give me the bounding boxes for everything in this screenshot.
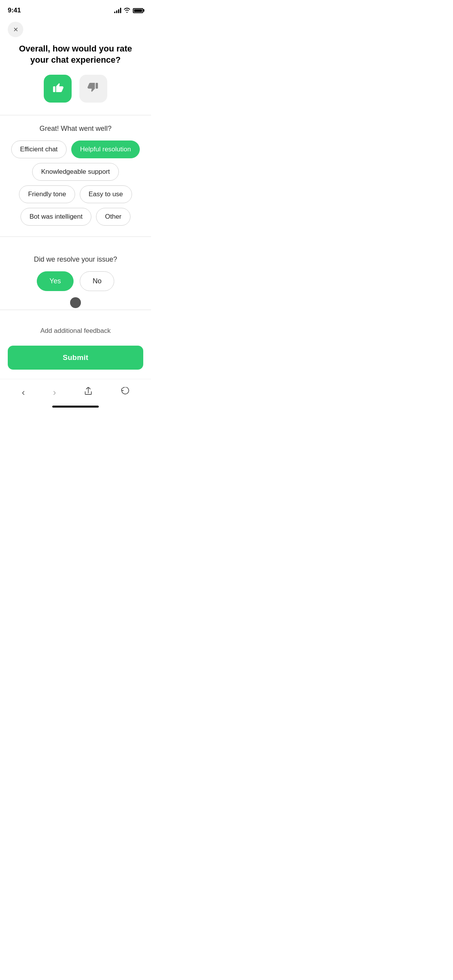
resolve-title: Did we resolve your issue? xyxy=(8,255,143,264)
thumbs-up-icon xyxy=(51,81,65,97)
home-indicator xyxy=(52,406,99,408)
forward-icon: › xyxy=(53,387,56,397)
tag-friendly-tone[interactable]: Friendly tone xyxy=(19,185,75,203)
thumbs-down-button[interactable] xyxy=(79,75,107,103)
close-button[interactable]: ✕ xyxy=(8,22,23,37)
went-well-title: Great! What went well? xyxy=(8,125,143,133)
thumbs-down-icon xyxy=(86,81,100,97)
no-button[interactable]: No xyxy=(80,271,114,291)
battery-icon xyxy=(133,8,143,13)
share-button[interactable] xyxy=(78,384,99,401)
resolve-section: Did we resolve your issue? Yes No xyxy=(0,246,151,308)
rating-row xyxy=(0,75,151,103)
status-bar: 9:41 xyxy=(0,0,151,19)
tag-efficient-chat[interactable]: Efficient chat xyxy=(11,140,67,158)
tag-bot-intelligent[interactable]: Bot was intelligent xyxy=(21,208,91,226)
tag-knowledgeable-support[interactable]: Knowledgeable support xyxy=(32,163,119,181)
bottom-nav: ‹ › xyxy=(0,379,151,404)
close-icon: ✕ xyxy=(13,26,18,33)
signal-icon xyxy=(114,8,121,13)
forward-button[interactable]: › xyxy=(47,384,62,401)
divider-1 xyxy=(0,115,151,115)
svg-rect-1 xyxy=(96,83,98,89)
submit-section: Submit xyxy=(0,341,151,379)
status-icons xyxy=(114,7,143,14)
divider-3 xyxy=(0,310,151,310)
went-well-section: Great! What went well? Efficient chat He… xyxy=(0,125,151,226)
divider-2 xyxy=(0,236,151,237)
tag-helpful-resolution[interactable]: Helpful resolution xyxy=(71,140,140,158)
tag-other[interactable]: Other xyxy=(96,208,130,226)
refresh-button[interactable] xyxy=(115,384,136,401)
svg-rect-0 xyxy=(53,86,55,92)
resolve-buttons: Yes No xyxy=(8,271,143,291)
back-button[interactable]: ‹ xyxy=(15,384,31,401)
tag-easy-to-use[interactable]: Easy to use xyxy=(80,185,132,203)
wifi-icon xyxy=(124,7,130,14)
feedback-label: Add additional feedback xyxy=(8,327,143,335)
refresh-icon xyxy=(121,388,129,397)
submit-button[interactable]: Submit xyxy=(8,346,143,370)
status-time: 9:41 xyxy=(8,7,21,14)
scroll-indicator xyxy=(70,297,81,308)
share-icon xyxy=(84,388,93,397)
page-title: Overall, how would you rate your chat ex… xyxy=(0,43,151,75)
tags-container: Efficient chat Helpful resolution Knowle… xyxy=(8,140,143,226)
feedback-section: Add additional feedback xyxy=(0,319,151,341)
back-icon: ‹ xyxy=(22,387,25,397)
yes-button[interactable]: Yes xyxy=(37,271,74,291)
thumbs-up-button[interactable] xyxy=(44,75,72,103)
